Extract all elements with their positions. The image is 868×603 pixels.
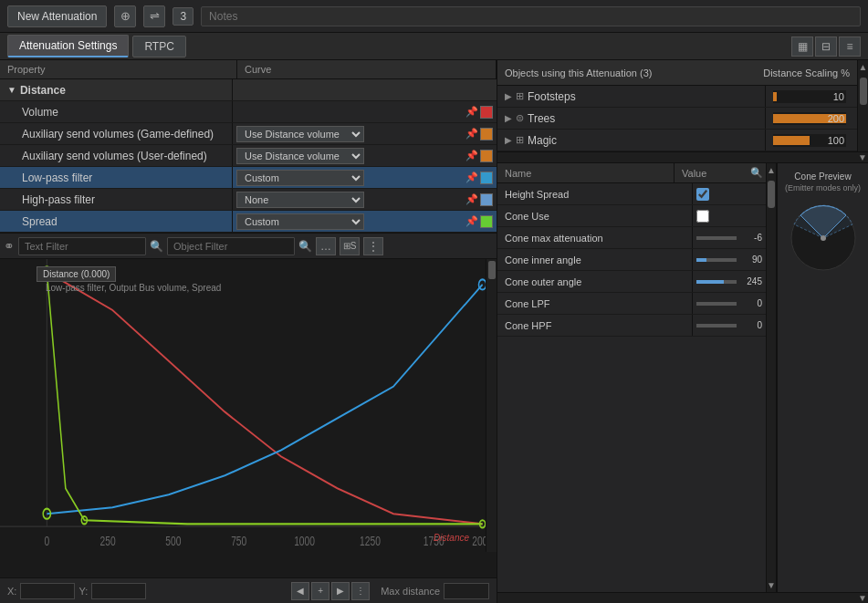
x-axis-label: X: [7,586,16,597]
cone-row-cone-outer-angle[interactable]: Cone outer angle 245 [497,271,766,293]
notes-input[interactable] [201,6,861,26]
main-layout: Property Curve ▼ Distance Volume 📌 [0,60,868,603]
tab-rtpc[interactable]: RTPC [132,36,185,57]
play-btn-add[interactable]: + [311,582,329,600]
obj-cell-dist-footsteps: 10 [766,86,857,107]
prop-select-aux-game[interactable]: Use Distance volume [236,126,364,142]
pin-icon[interactable]: 📌 [465,215,478,227]
x-axis-input[interactable] [20,583,75,599]
cone-inner-angle-slider[interactable]: 90 [696,255,762,265]
objects-vscrollbar[interactable]: ▲ [857,60,868,151]
tab-title[interactable]: New Attenuation [7,5,107,27]
link-icon[interactable]: ⚭ [4,239,15,254]
color-swatch-spread[interactable] [480,215,493,228]
cone-row-cone-lpf[interactable]: Cone LPF 0 [497,293,766,315]
view-btn-grid[interactable]: ▦ [791,36,813,57]
cone-row-cone-hpf[interactable]: Cone HPF 0 [497,315,766,337]
text-filter-search-icon[interactable]: 🔍 [150,240,163,253]
color-swatch-lpf[interactable] [480,172,493,184]
filter-s-btn[interactable]: ⊞S [340,237,360,255]
cone-scroll-down[interactable]: ▼ [765,578,778,592]
pin-icon[interactable]: 📌 [465,172,478,183]
cone-search-icon[interactable]: 🔍 [748,163,766,182]
graph-vscrollbar[interactable] [486,259,497,552]
color-swatch-hpf[interactable] [480,193,493,206]
objects-header-title: Objects using this Attenuation (3) [505,68,652,78]
chevron-right-icon[interactable]: ▶ [505,91,512,101]
obj-cell-name-magic: ▶ ⊞ Magic [497,130,766,151]
y-axis-input[interactable] [91,583,146,599]
prop-name-aux-game: Auxiliary send volumes (Game-defined) [0,123,233,144]
filter-menu-btn[interactable]: ⋮ [363,237,383,255]
filter-extra-btn[interactable]: … [316,237,336,255]
table-row[interactable]: Auxiliary send volumes (User-defined) Us… [0,145,497,167]
right-scroll-down-arrow[interactable]: ▼ [857,593,868,603]
play-btn-menu[interactable]: ⋮ [351,582,370,600]
graph-vscroll-thumb[interactable] [488,261,496,279]
play-btn-prev[interactable]: ◀ [291,582,309,600]
prop-select-lpf[interactable]: Custom [236,170,364,186]
obj-row-footsteps[interactable]: ▶ ⊞ Footsteps 10 [497,86,857,108]
pin-icon[interactable]: 📌 [465,128,478,140]
icon-btn-share[interactable]: ⊕ [114,5,136,27]
pin-icon[interactable]: 📌 [465,106,478,118]
cone-col-val-header: Value [675,163,748,182]
dist-bar-trees: 200 [773,112,846,125]
cone-row-cone-inner-angle[interactable]: Cone inner angle 90 [497,249,766,271]
table-row[interactable]: Low-pass filter Custom 📌 [0,167,497,189]
pin-icon[interactable]: 📌 [465,150,478,161]
second-bar: Attenuation Settings RTPC ▦ ⊟ ≡ [0,33,868,60]
cone-name-cone-inner-angle: Cone inner angle [497,249,693,270]
tab-attenuation-settings[interactable]: Attenuation Settings [7,35,129,57]
table-row[interactable]: Volume 📌 [0,101,497,123]
obj-row-trees[interactable]: ▶ ⊜ Trees 200 [497,108,857,130]
prop-section-distance[interactable]: ▼ Distance [0,79,497,101]
cone-hpf-slider[interactable]: 0 [696,320,762,330]
prop-select-hpf[interactable]: None [236,192,364,208]
cone-vscrollbar[interactable]: ▲ ▼ [766,163,777,592]
cone-scroll-thumb[interactable] [768,181,775,208]
pin-icon[interactable]: 📌 [465,193,478,205]
cone-name-cone-hpf: Cone HPF [497,315,693,336]
scroll-down-arrow[interactable]: ▼ [857,152,868,162]
object-filter-search-icon[interactable]: 🔍 [298,240,312,253]
chevron-right-icon[interactable]: ▶ [505,113,512,123]
table-row[interactable]: Auxiliary send volumes (Game-defined) Us… [0,123,497,145]
color-swatch-aux-user[interactable] [480,150,493,162]
tab-badge[interactable]: 3 [173,7,193,26]
height-spread-checkbox[interactable] [696,188,709,201]
color-swatch-aux-game[interactable] [480,128,493,140]
cone-max-att-slider[interactable]: -6 [696,233,762,243]
cone-row-height-spread[interactable]: Height Spread [497,183,766,205]
table-row[interactable]: Spread Custom 📌 [0,211,497,233]
color-swatch-volume[interactable] [480,106,493,119]
cone-scroll-up[interactable]: ▲ [765,163,778,177]
cone-row-cone-max-att[interactable]: Cone max attenuation -6 [497,227,766,249]
cone-row-cone-use[interactable]: Cone Use [497,205,766,227]
text-filter-input[interactable] [18,237,146,255]
prop-select-spread[interactable]: Custom [236,213,364,230]
cone-lpf-slider[interactable]: 0 [696,298,762,308]
icon-btn-connect[interactable]: ⇌ [143,5,165,27]
cone-val-cone-use [693,205,766,226]
scroll-up-arrow[interactable]: ▲ [857,60,868,74]
play-btn-next[interactable]: ▶ [331,582,350,600]
obj-row-magic[interactable]: ▶ ⊞ Magic 100 [497,130,857,151]
graph-distance-label: Distance [434,533,469,543]
left-panel: Property Curve ▼ Distance Volume 📌 [0,60,497,603]
objects-scroll-thumb[interactable] [860,78,867,105]
cone-outer-angle-slider[interactable]: 245 [696,276,762,286]
view-btn-list[interactable]: ≡ [839,36,861,57]
right-bottom-scroll: ▼ [497,592,868,603]
prop-select-aux-user[interactable]: Use Distance volume [236,148,364,164]
cone-use-checkbox[interactable] [696,210,709,223]
prop-name-lpf: Low-pass filter [0,167,233,188]
cone-val-cone-outer-angle: 245 [693,271,766,292]
table-row[interactable]: High-pass filter None 📌 [0,189,497,211]
graph-canvas[interactable]: 0 250 500 750 1000 1250 1750 2000 [0,259,497,577]
max-distance-input[interactable]: 2000 [444,583,489,599]
object-filter-input[interactable] [167,237,295,255]
view-btn-split[interactable]: ⊟ [815,36,837,57]
chevron-right-icon[interactable]: ▶ [505,135,512,145]
prop-value-aux-game: Use Distance volume 📌 [233,123,497,144]
